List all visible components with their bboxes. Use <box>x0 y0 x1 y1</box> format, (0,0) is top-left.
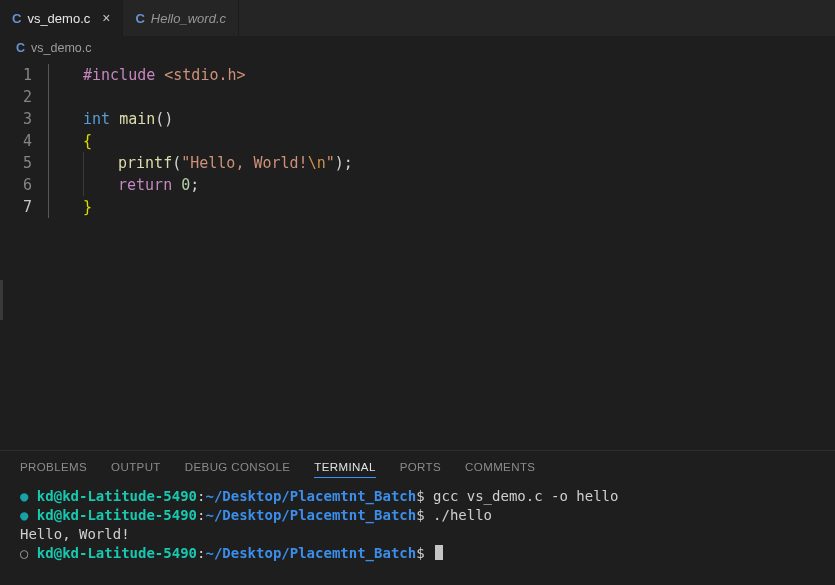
code-line[interactable]: #include <stdio.h> <box>48 64 835 86</box>
panel-tab-ports[interactable]: PORTS <box>400 461 441 473</box>
line-number: 1 <box>0 64 32 86</box>
c-file-icon: C <box>135 11 144 26</box>
panel-tab-comments[interactable]: COMMENTS <box>465 461 535 473</box>
terminal-prompt-line: ○ kd@kd-Latitude-5490:~/Desktop/Placemtn… <box>20 544 815 563</box>
panel-tab-debug-console[interactable]: DEBUG CONSOLE <box>185 461 291 473</box>
terminal-command: ./hello <box>433 507 492 523</box>
code-area[interactable]: #include <stdio.h>int main(){printf("Hel… <box>48 64 835 450</box>
line-number: 7 <box>0 196 32 218</box>
panel-tab-problems[interactable]: PROBLEMS <box>20 461 87 473</box>
terminal-output-line: Hello, World! <box>20 525 815 544</box>
panel-tab-bar: PROBLEMSOUTPUTDEBUG CONSOLETERMINALPORTS… <box>0 451 835 481</box>
editor-tab-hello_word-c[interactable]: CHello_word.c <box>123 0 239 36</box>
terminal-userhost: kd@kd-Latitude-5490 <box>37 507 197 523</box>
terminal-cursor <box>435 545 443 560</box>
line-number: 6 <box>0 174 32 196</box>
code-line[interactable]: printf("Hello, World!\n"); <box>48 152 835 174</box>
tab-label: Hello_word.c <box>151 11 226 26</box>
close-icon[interactable]: × <box>102 11 110 25</box>
line-number: 4 <box>0 130 32 152</box>
terminal-prompt-line: ● kd@kd-Latitude-5490:~/Desktop/Placemtn… <box>20 506 815 525</box>
code-line[interactable]: int main() <box>48 108 835 130</box>
terminal-userhost: kd@kd-Latitude-5490 <box>37 488 197 504</box>
c-file-icon: C <box>12 11 21 26</box>
line-number: 3 <box>0 108 32 130</box>
activity-bar-marker <box>0 280 3 320</box>
code-editor[interactable]: 1234567 #include <stdio.h>int main(){pri… <box>0 60 835 450</box>
code-line[interactable]: } <box>48 196 835 218</box>
panel-tab-output[interactable]: OUTPUT <box>111 461 161 473</box>
c-file-icon: C <box>16 41 25 55</box>
line-number: 5 <box>0 152 32 174</box>
terminal-cwd: ~/Desktop/Placemtnt_Batch <box>205 488 416 504</box>
panel-tab-terminal[interactable]: TERMINAL <box>314 461 375 478</box>
editor-tab-vs_demo-c[interactable]: Cvs_demo.c× <box>0 0 123 36</box>
line-number-gutter: 1234567 <box>0 64 48 450</box>
code-line[interactable]: return 0; <box>48 174 835 196</box>
code-line[interactable] <box>48 86 835 108</box>
line-number: 2 <box>0 86 32 108</box>
terminal-command: gcc vs_demo.c -o hello <box>433 488 618 504</box>
terminal-prompt-line: ● kd@kd-Latitude-5490:~/Desktop/Placemtn… <box>20 487 815 506</box>
breadcrumb[interactable]: C vs_demo.c <box>0 36 835 60</box>
terminal-view[interactable]: ● kd@kd-Latitude-5490:~/Desktop/Placemtn… <box>0 481 835 585</box>
code-line[interactable]: { <box>48 130 835 152</box>
editor-tab-bar: Cvs_demo.c×CHello_word.c <box>0 0 835 36</box>
prompt-bullet-icon: ○ <box>20 545 37 561</box>
terminal-cwd: ~/Desktop/Placemtnt_Batch <box>205 507 416 523</box>
prompt-bullet-icon: ● <box>20 507 37 523</box>
terminal-cwd: ~/Desktop/Placemtnt_Batch <box>205 545 416 561</box>
prompt-bullet-icon: ● <box>20 488 37 504</box>
terminal-userhost: kd@kd-Latitude-5490 <box>37 545 197 561</box>
breadcrumb-file: vs_demo.c <box>31 41 91 55</box>
tab-label: vs_demo.c <box>27 11 90 26</box>
bottom-panel: PROBLEMSOUTPUTDEBUG CONSOLETERMINALPORTS… <box>0 450 835 585</box>
